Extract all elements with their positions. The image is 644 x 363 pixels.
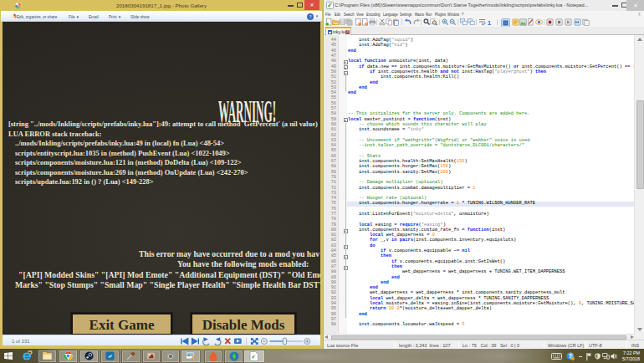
svg-text:?: ? (569, 353, 572, 359)
svg-text:1: 1 (488, 18, 492, 26)
svg-text:?: ? (309, 14, 312, 19)
